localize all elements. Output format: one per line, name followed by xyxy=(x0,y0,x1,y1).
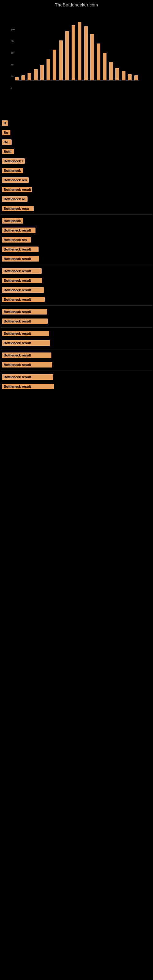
bottleneck-label: Bottleneck result xyxy=(2,384,54,389)
bar-8 xyxy=(59,40,63,80)
list-item: Bottleneck result xyxy=(1,254,152,263)
bar-13 xyxy=(90,34,94,80)
list-item: Bo xyxy=(1,128,152,137)
list-item: Bottleneck result xyxy=(1,329,152,338)
bottleneck-label: Bottleneck result xyxy=(2,331,49,336)
bar-9 xyxy=(65,31,69,80)
bar-14 xyxy=(97,43,100,80)
list-item: Bottleneck result xyxy=(1,295,152,304)
list-item: Bottleneck result xyxy=(1,372,152,382)
list-item: Bottleneck result xyxy=(1,245,152,254)
divider xyxy=(1,215,152,215)
bottleneck-label: Bottl xyxy=(2,149,14,154)
y-label-0: 0 xyxy=(11,87,15,89)
list-item: Bottleneck r xyxy=(1,156,152,166)
list-item: Bottleneck result xyxy=(1,351,152,360)
bar-18 xyxy=(122,71,126,80)
divider xyxy=(1,265,152,265)
list-item: Bottleneck re xyxy=(1,194,152,204)
bar-11 xyxy=(78,22,81,80)
y-label-20: 20 xyxy=(11,75,15,78)
bottleneck-label: Bottleneck resu xyxy=(2,206,33,211)
bar-3 xyxy=(27,73,31,80)
bottleneck-label: Bottleneck result xyxy=(2,318,48,324)
list-item: Bottleneck result xyxy=(1,185,152,194)
site-title: TheBottlenecker.com xyxy=(0,0,153,10)
bottleneck-label: Bottleneck result xyxy=(2,309,47,315)
bar-7 xyxy=(53,49,56,80)
bottleneck-label: Bottleneck result xyxy=(2,287,44,293)
list-item: Bottleneck xyxy=(1,166,152,175)
bottleneck-label: Bottleneck result xyxy=(2,278,42,283)
bottleneck-label: Bo xyxy=(2,139,12,145)
chart-bars xyxy=(8,19,145,80)
bottleneck-label: Bottleneck result xyxy=(2,353,51,358)
chart-inner: 100 80 60 40 20 0 xyxy=(8,19,145,105)
chart-x-axis xyxy=(15,80,139,81)
bottleneck-label: Bottleneck r xyxy=(2,158,25,164)
bar-5 xyxy=(40,65,44,80)
list-item: Bottleneck result xyxy=(1,307,152,317)
bar-16 xyxy=(109,62,113,80)
divider xyxy=(1,327,152,328)
bottleneck-items-container: B Bo Bo Bottl Bottleneck r Bottleneck Bo… xyxy=(0,117,153,393)
bottleneck-label: Bottleneck res xyxy=(2,177,29,183)
y-label-100: 100 xyxy=(11,28,15,31)
bottleneck-label: Bottleneck xyxy=(2,168,23,173)
divider xyxy=(1,349,152,350)
bottleneck-label: Bottleneck result xyxy=(2,362,52,368)
bar-2 xyxy=(21,75,25,80)
bottleneck-label: Bottleneck result xyxy=(2,228,35,233)
bottleneck-label: Bottleneck result xyxy=(2,256,39,261)
list-item: Bottleneck result xyxy=(1,382,152,391)
y-label-60: 60 xyxy=(11,51,15,54)
list-item: Bottleneck res xyxy=(1,175,152,185)
list-item: Bo xyxy=(1,137,152,147)
bottleneck-label: Bottleneck result xyxy=(2,340,50,346)
bottleneck-label: Bottleneck result xyxy=(2,247,38,252)
bottleneck-label: Bo xyxy=(2,130,10,135)
list-item: B xyxy=(1,119,152,128)
y-label-40: 40 xyxy=(11,64,15,66)
bottleneck-label: Bottleneck result xyxy=(2,268,41,274)
list-item: Bottleneck result xyxy=(1,360,152,369)
list-item: Bottleneck result xyxy=(1,317,152,326)
bottleneck-label: Bottleneck result xyxy=(2,187,32,192)
bottleneck-label: Bottleneck result xyxy=(2,374,53,380)
list-item: Bottleneck result xyxy=(1,226,152,235)
bar-17 xyxy=(115,68,119,80)
divider xyxy=(1,305,152,306)
bottleneck-label: Bottleneck re xyxy=(2,196,27,202)
y-label-80: 80 xyxy=(11,40,15,43)
list-item: Bottleneck res xyxy=(1,235,152,244)
bottleneck-label: Bottleneck res xyxy=(2,237,31,243)
list-item: Bottleneck resu xyxy=(1,204,152,213)
list-item: Bottleneck result xyxy=(1,285,152,294)
bar-19 xyxy=(128,74,132,80)
list-item: Bottleneck result xyxy=(1,266,152,275)
bar-15 xyxy=(103,52,107,80)
list-item: Bottleneck result xyxy=(1,339,152,348)
bar-20 xyxy=(134,75,138,80)
list-item: Bottleneck xyxy=(1,216,152,225)
bottleneck-label: B xyxy=(2,120,8,126)
divider xyxy=(1,371,152,371)
y-axis-labels: 100 80 60 40 20 0 xyxy=(11,28,15,89)
bottleneck-label: Bottleneck xyxy=(2,218,23,224)
chart-area: 100 80 60 40 20 0 xyxy=(0,19,153,117)
list-item: Bottleneck result xyxy=(1,276,152,285)
bar-10 xyxy=(72,25,75,80)
bar-6 xyxy=(46,59,50,80)
list-item: Bottl xyxy=(1,147,152,156)
bar-4 xyxy=(34,69,38,80)
bar-1 xyxy=(15,77,19,80)
bar-12 xyxy=(84,26,88,80)
bottleneck-label: Bottleneck result xyxy=(2,297,45,302)
